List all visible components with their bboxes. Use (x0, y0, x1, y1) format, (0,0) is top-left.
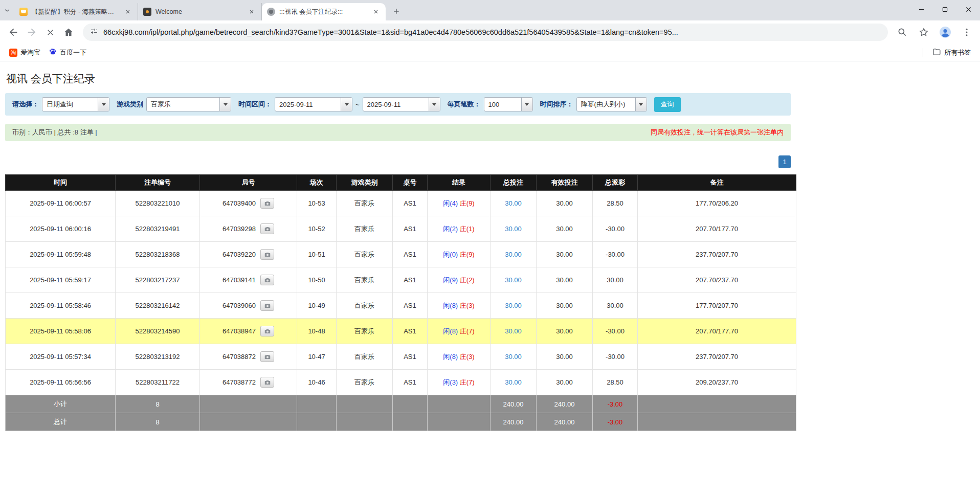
chevron-down-icon[interactable] (341, 98, 352, 111)
stop-loading-button[interactable] (41, 23, 59, 41)
cell-note: 237.70/207.70 (638, 344, 796, 370)
site-settings-icon[interactable] (90, 27, 98, 37)
table-row: 2025-09-11 05:57:34522803213192647038872… (6, 344, 796, 370)
sort-select[interactable]: 降幂(由大到小) (576, 97, 647, 111)
bookmark-baidu[interactable]: 百度一下 (44, 46, 91, 59)
cell-valid-bet: 30.00 (537, 242, 593, 267)
page-size-input[interactable]: 100 (484, 97, 533, 111)
chevron-down-icon[interactable] (98, 98, 109, 111)
tab-close-icon[interactable] (371, 7, 381, 16)
zoom-icon[interactable] (893, 23, 911, 41)
cell-round: 647039220 (200, 242, 297, 267)
select-label: 请选择： (12, 100, 39, 109)
bookmark-aitaobao[interactable]: 淘 爱淘宝 (5, 46, 44, 59)
date-from-input[interactable]: 2025-09-11 (275, 97, 352, 111)
cell-game-type: 百家乐 (337, 267, 393, 293)
chevron-down-icon[interactable] (635, 98, 647, 111)
table-row: 2025-09-11 05:59:48522803218368647039220… (6, 242, 796, 267)
video-replay-button[interactable] (260, 249, 274, 260)
chevron-down-icon[interactable] (521, 98, 532, 111)
url-text[interactable]: 66cxkj98.com/ipl/portal.php/game/betreco… (103, 28, 678, 36)
back-button[interactable] (4, 23, 23, 41)
forum-favicon-icon (19, 8, 28, 16)
result-banker: 庄(1) (460, 225, 475, 233)
total-bet-link[interactable]: 30.00 (505, 327, 522, 335)
total-label: 总计 (6, 413, 116, 431)
date-to-input[interactable]: 2025-09-11 (363, 97, 440, 111)
total-bet-link[interactable]: 30.00 (505, 251, 522, 258)
cell-round: 647038772 (200, 370, 297, 395)
total-bet-link[interactable]: 30.00 (505, 225, 522, 233)
video-replay-button[interactable] (260, 275, 274, 285)
video-replay-button[interactable] (260, 223, 274, 234)
date-range-label: 时间区间： (238, 100, 272, 109)
cell-total-bet: 30.00 (491, 370, 537, 395)
cell-note: 177.70/206.20 (638, 191, 796, 216)
bookmark-star-icon[interactable] (915, 23, 933, 41)
total-bet-link[interactable]: 30.00 (505, 378, 522, 386)
address-bar[interactable]: 66cxkj98.com/ipl/portal.php/game/betreco… (83, 24, 888, 41)
tab-close-icon[interactable] (247, 7, 256, 16)
new-tab-button[interactable] (389, 4, 404, 19)
total-valid-bet: 240.00 (537, 413, 593, 431)
cell-session: 10-46 (297, 370, 337, 395)
table-row: 2025-09-11 06:00:16522803219491647039298… (6, 216, 796, 242)
tab-search-chevron-icon[interactable] (0, 0, 14, 20)
browser-menu-icon[interactable] (957, 23, 976, 41)
cell-valid-bet: 30.00 (537, 216, 593, 242)
minimize-button[interactable] (909, 0, 933, 18)
round-number: 647039298 (222, 225, 256, 233)
browser-tab-betrecord[interactable]: :::视讯 会员下注纪录::: (262, 3, 386, 20)
cell-game-type: 百家乐 (337, 344, 393, 370)
cell-time: 2025-09-11 05:58:46 (6, 293, 116, 319)
video-replay-button[interactable] (260, 326, 274, 336)
subtotal-row: 小计 8 240.00 240.00 -3.00 (6, 395, 796, 413)
column-header: 备注 (638, 175, 796, 191)
column-header: 游戏类别 (337, 175, 393, 191)
chevron-down-icon[interactable] (219, 98, 231, 111)
search-button[interactable]: 查询 (654, 97, 681, 112)
chevron-down-icon[interactable] (429, 98, 440, 111)
cell-total-bet: 30.00 (491, 216, 537, 242)
cell-result: 闲(8) 庄(3) (428, 344, 491, 370)
empty-cell (297, 395, 337, 413)
video-replay-button[interactable] (260, 300, 274, 311)
page-1-button[interactable]: 1 (778, 155, 791, 168)
total-bet-link[interactable]: 30.00 (505, 276, 522, 284)
maximize-button[interactable] (933, 0, 956, 18)
cell-total-bet: 30.00 (491, 267, 537, 293)
result-banker: 庄(9) (460, 199, 475, 207)
total-count: 8 (116, 413, 200, 431)
video-replay-button[interactable] (260, 198, 274, 209)
tab-close-icon[interactable] (123, 7, 132, 16)
video-replay-button[interactable] (260, 377, 274, 388)
result-banker: 庄(7) (460, 378, 475, 386)
all-bookmarks-button[interactable]: 所有书签 (928, 46, 975, 60)
cell-round: 647039400 (200, 191, 297, 216)
profile-avatar[interactable] (936, 23, 954, 41)
browser-window: 【新提醒】积分 - 海燕策略论坛 Welcome :::视讯 会员下注纪录::: (0, 0, 980, 61)
cell-valid-bet: 30.00 (537, 293, 593, 319)
close-button[interactable] (956, 0, 980, 18)
cell-session: 10-47 (297, 344, 337, 370)
cell-time: 2025-09-11 05:59:48 (6, 242, 116, 267)
browser-tab-welcome[interactable]: Welcome (138, 3, 262, 20)
table-row: 2025-09-11 05:58:06522803214590647038947… (6, 319, 796, 344)
forward-button[interactable] (23, 23, 41, 41)
column-header: 局号 (200, 175, 297, 191)
cell-table-no: AS1 (393, 319, 428, 344)
browser-tab-forum[interactable]: 【新提醒】积分 - 海燕策略论坛 (14, 3, 138, 20)
total-bet-link[interactable]: 30.00 (505, 199, 522, 207)
total-bet-link[interactable]: 30.00 (505, 353, 522, 361)
empty-cell (200, 413, 297, 431)
table-row: 2025-09-11 05:59:17522803217237647039141… (6, 267, 796, 293)
home-button[interactable] (59, 23, 78, 41)
cell-total-bet: 30.00 (491, 191, 537, 216)
empty-cell (428, 413, 491, 431)
empty-cell (428, 395, 491, 413)
currency-summary: 币别：人民币 | 总共 :8 注单 | (12, 128, 97, 137)
total-bet-link[interactable]: 30.00 (505, 302, 522, 309)
game-type-select[interactable]: 百家乐 (146, 97, 231, 111)
video-replay-button[interactable] (260, 351, 274, 362)
query-type-select[interactable]: 日期查询 (42, 97, 109, 111)
